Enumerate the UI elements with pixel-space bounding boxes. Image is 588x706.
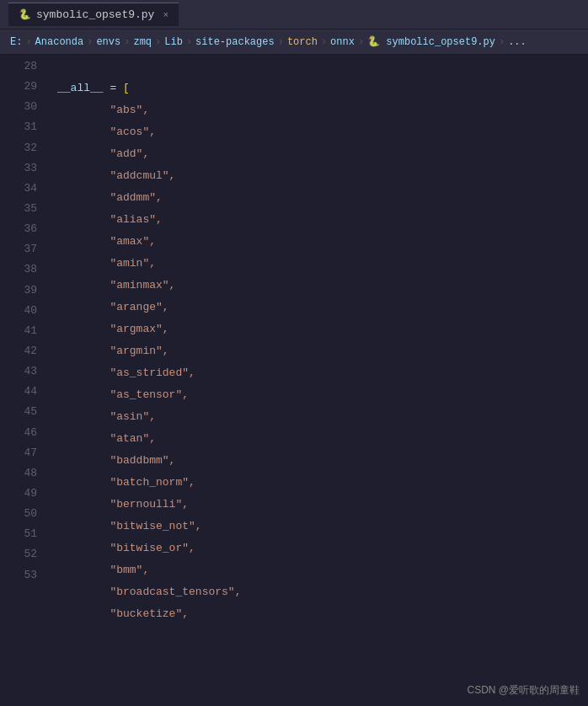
line-num-31: 31	[0, 117, 37, 137]
token-asin: "asin",	[57, 407, 156, 427]
code-line-37: "amin",	[57, 254, 588, 275]
breadcrumb-file[interactable]: 🐍 symbolic_opset9.py	[367, 35, 495, 48]
breadcrumb-site-packages[interactable]: site-packages	[195, 36, 275, 48]
title-bar: 🐍 symbolic_opset9.py ×	[0, 0, 588, 29]
breadcrumb-onnx[interactable]: onnx	[330, 36, 355, 48]
breadcrumb-more[interactable]: ...	[508, 36, 527, 48]
code-line-40: "argmax",	[57, 319, 588, 341]
line-num-53: 53	[0, 565, 37, 586]
token-arange: "arange",	[57, 297, 169, 318]
token-alias: "alias",	[57, 210, 163, 230]
line-num-42: 42	[0, 341, 37, 361]
token-argmin: "argmin",	[57, 341, 169, 361]
code-line-46: "baddbmm",	[57, 451, 588, 473]
line-num-46: 46	[0, 423, 37, 443]
token-bernoulli: "bernoulli",	[57, 495, 189, 515]
code-line-49: "bitwise_not",	[57, 516, 588, 538]
code-line-42: "as_strided",	[57, 363, 588, 385]
line-num-47: 47	[0, 443, 37, 463]
line-num-33: 33	[0, 158, 37, 179]
code-line-44: "asin",	[57, 407, 588, 429]
code-body: __all__ = [ "abs", "acos", "add", "addcm…	[44, 55, 588, 706]
token-aminmax: "aminmax",	[57, 275, 175, 296]
token-atan: "atan",	[57, 429, 156, 449]
line-num-51: 51	[0, 524, 37, 544]
code-line-33: "addcmul",	[57, 166, 588, 188]
code-line-41: "argmin",	[57, 341, 588, 363]
line-num-49: 49	[0, 484, 37, 504]
breadcrumb-anaconda[interactable]: Anaconda	[35, 36, 84, 48]
editor-tab[interactable]: 🐍 symbolic_opset9.py ×	[8, 3, 179, 26]
watermark: CSDN @爱听歌的周童鞋	[467, 683, 580, 698]
line-num-35: 35	[0, 199, 37, 219]
code-line-43: "as_tensor",	[57, 385, 588, 407]
code-line-45: "atan",	[57, 429, 588, 451]
line-num-40: 40	[0, 301, 37, 321]
code-line-52: "broadcast_tensors",	[57, 582, 588, 604]
breadcrumb-envs[interactable]: envs	[96, 36, 120, 48]
token-amax: "amax",	[57, 232, 156, 252]
line-num-52: 52	[0, 544, 37, 564]
token-bitwise-not: "bitwise_not",	[57, 516, 202, 537]
tab-filename: symbolic_opset9.py	[36, 8, 154, 21]
token-bmm: "bmm",	[57, 560, 149, 580]
breadcrumb-drive[interactable]: E:	[10, 36, 22, 48]
token-batch-norm: "batch_norm",	[57, 473, 195, 493]
code-line-51: "bmm",	[57, 560, 588, 582]
token-bitwise-or: "bitwise_or",	[57, 538, 195, 559]
token-abs: "abs",	[57, 100, 149, 120]
breadcrumb-bar: E: › Anaconda › envs › zmq › Lib › site-…	[0, 29, 588, 55]
token-baddbmm: "baddbmm",	[57, 451, 175, 471]
line-num-48: 48	[0, 463, 37, 484]
code-editor: 28 29 30 31 32 33 34 35 36 37 38 39 40 4…	[0, 55, 588, 706]
code-line-53: "bucketize",	[57, 604, 588, 626]
tab-close-button[interactable]: ×	[163, 10, 168, 20]
token-acos: "acos",	[57, 122, 156, 142]
code-line-31: "acos",	[57, 122, 588, 144]
breadcrumb-torch[interactable]: torch	[287, 36, 318, 48]
code-line-47: "batch_norm",	[57, 473, 588, 495]
line-num-44: 44	[0, 382, 37, 402]
line-numbers: 28 29 30 31 32 33 34 35 36 37 38 39 40 4…	[0, 55, 44, 706]
line-num-36: 36	[0, 219, 37, 239]
token-amin: "amin",	[57, 254, 156, 274]
line-num-41: 41	[0, 321, 37, 341]
token-broadcast-tensors: "broadcast_tensors",	[57, 582, 241, 602]
line-num-39: 39	[0, 281, 37, 301]
line-num-45: 45	[0, 402, 37, 422]
token-argmax: "argmax",	[57, 319, 169, 340]
line-num-37: 37	[0, 239, 37, 259]
code-line-35: "alias",	[57, 210, 588, 232]
code-line-28	[57, 56, 588, 78]
line-num-43: 43	[0, 361, 37, 382]
code-line-50: "bitwise_or",	[57, 538, 588, 560]
line-num-50: 50	[0, 504, 37, 524]
code-line-34: "addmm",	[57, 188, 588, 210]
token-open-bracket: [	[123, 78, 130, 99]
code-line-29: __all__ = [	[57, 78, 588, 100]
token-equals: =	[104, 78, 123, 99]
line-num-29: 29	[0, 77, 37, 97]
token-add: "add",	[57, 144, 149, 164]
code-line-48: "bernoulli",	[57, 495, 588, 516]
token-addcmul: "addcmul",	[57, 166, 175, 186]
breadcrumb-lib[interactable]: Lib	[164, 36, 183, 48]
breadcrumb-zmq[interactable]: zmq	[133, 36, 152, 48]
token-as-tensor: "as_tensor",	[57, 385, 189, 405]
line-num-28: 28	[0, 56, 37, 77]
code-line-36: "amax",	[57, 232, 588, 254]
token-addmm: "addmm",	[57, 188, 163, 208]
python-file-icon: 🐍	[19, 8, 31, 21]
token-as-strided: "as_strided",	[57, 363, 195, 383]
code-line-32: "add",	[57, 144, 588, 166]
code-line-39: "arange",	[57, 297, 588, 319]
code-line-30: "abs",	[57, 100, 588, 122]
token-all-var: __all__	[57, 78, 104, 99]
line-num-34: 34	[0, 179, 37, 199]
line-num-30: 30	[0, 97, 37, 117]
line-num-32: 32	[0, 138, 37, 158]
line-num-38: 38	[0, 259, 37, 280]
token-bucketize: "bucketize",	[57, 604, 189, 624]
code-line-38: "aminmax",	[57, 275, 588, 297]
